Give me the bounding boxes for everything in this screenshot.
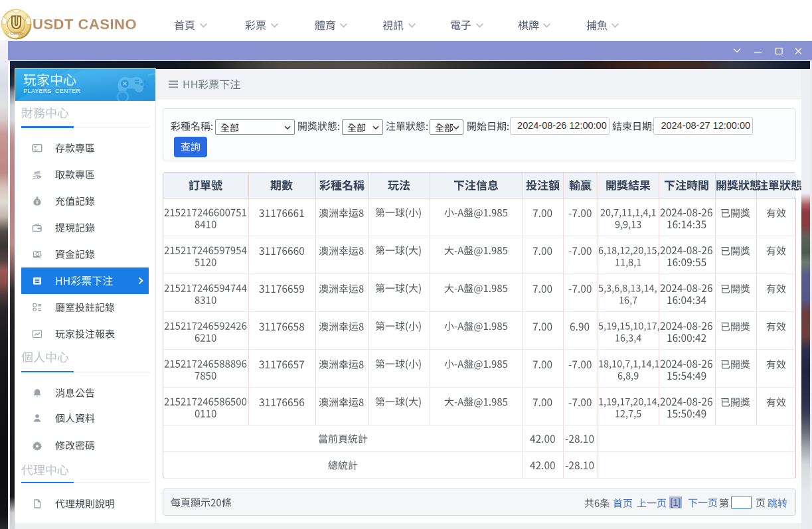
svg-text:Casino: Casino bbox=[10, 31, 23, 35]
